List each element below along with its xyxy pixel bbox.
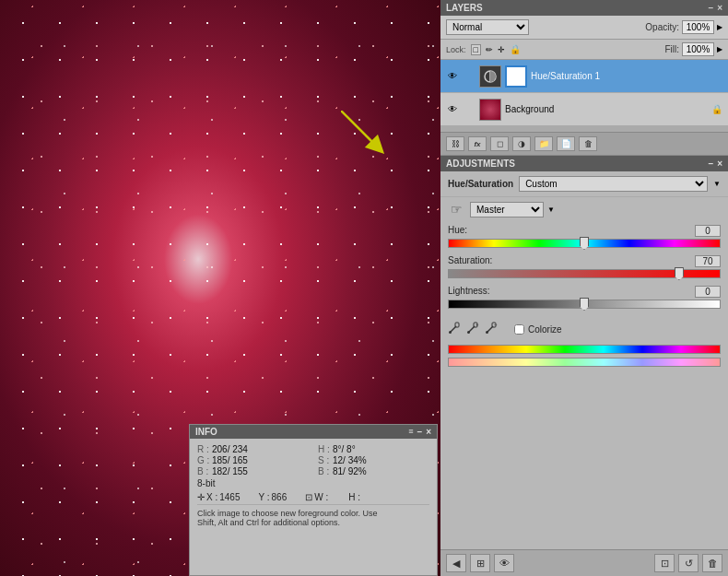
lock-label: Lock: (446, 45, 466, 54)
delete-adj-btn[interactable]: 🗑 (702, 554, 722, 572)
new-group-btn[interactable]: 📁 (534, 136, 553, 151)
delete-layer-btn[interactable]: 🗑 (579, 136, 597, 151)
layers-close-icon[interactable]: × (717, 3, 722, 13)
layer-visibility-background[interactable]: 👁 (446, 103, 459, 116)
layers-lock-row: Lock: □ ✏ ✛ 🔒 Fill: 100% ▶ (440, 40, 728, 60)
layer-locked-icon: 🔒 (711, 104, 722, 114)
info-header-controls: ≡ – × (408, 427, 431, 437)
tool-icons-row: + – Colorize (440, 320, 728, 339)
eyedropper-sub-icon: – (485, 322, 498, 335)
hue-sat-label: Hue/Saturation (448, 179, 513, 189)
info-s-value: 12/ 34% (333, 455, 367, 465)
blend-mode-select[interactable]: Normal (446, 19, 529, 35)
channel-select[interactable]: Master (470, 202, 544, 217)
colorize-checkbox[interactable] (514, 324, 524, 335)
info-b-row: B : 182/ 155 (197, 466, 248, 476)
layers-toolbar: ⛓ fx ◻ ◑ 📁 📄 🗑 (440, 132, 728, 155)
finger-icon: ☞ (451, 202, 463, 217)
hue-thumb[interactable] (580, 237, 589, 250)
adj-close-icon[interactable]: × (717, 159, 722, 169)
clip-adj-btn[interactable]: ⊡ (654, 554, 675, 572)
saturation-label-row: Saturation: 70 (448, 255, 721, 267)
layers-collapse-icon[interactable]: – (709, 3, 714, 13)
add-mask-btn[interactable]: ◻ (490, 136, 509, 151)
hue-value[interactable]: 0 (695, 225, 721, 237)
fx-btn[interactable]: fx (468, 136, 487, 151)
info-options-icon[interactable]: ≡ (408, 427, 413, 437)
svg-text:–: – (494, 322, 498, 327)
info-b-value: 182/ 155 (212, 466, 248, 476)
layer-link-hue-sat (463, 70, 476, 83)
new-layer-btn[interactable]: 📄 (557, 136, 575, 151)
link-layers-btn[interactable]: ⛓ (446, 136, 464, 151)
eyedropper-tool-btn[interactable] (448, 322, 461, 337)
lock-check-icon[interactable]: □ (471, 44, 481, 55)
fill-value[interactable]: 100% (682, 42, 714, 56)
lock-brush-icon[interactable]: ✏ (486, 45, 493, 54)
lightness-track[interactable] (448, 300, 721, 309)
opacity-control: Opacity: 100% ▶ (645, 20, 722, 34)
opacity-arrow-icon[interactable]: ▶ (717, 23, 722, 31)
lightness-label: Lightness: (448, 286, 490, 298)
info-panel-header: INFO ≡ – × (190, 425, 437, 439)
lightness-label-row: Lightness: 0 (448, 286, 721, 298)
adj-tools-row: ☞ Master ▼ (440, 197, 728, 221)
info-close-icon[interactable]: × (426, 427, 431, 437)
channel-arrow-icon[interactable]: ▼ (547, 206, 555, 214)
opacity-value[interactable]: 100% (682, 20, 714, 34)
info-h-row: H : 8°/ 8° (318, 444, 367, 454)
layers-header-controls: – × (709, 3, 722, 13)
saturation-track[interactable] (448, 269, 721, 278)
layers-controls-row: Normal Opacity: 100% ▶ (440, 16, 728, 40)
hue-color-bar (448, 345, 721, 354)
preset-select[interactable]: Custom (519, 176, 708, 192)
lightness-slider-row: Lightness: 0 (448, 286, 721, 309)
eyedropper-add-tool-btn[interactable]: + (466, 322, 479, 337)
eyedropper-add-icon: + (466, 322, 479, 335)
sliders-section: Hue: 0 Saturation: 70 (440, 221, 728, 320)
info-s-label: S : (318, 455, 331, 465)
adjustments-title: ADJUSTMENTS (446, 159, 515, 169)
preset-arrow-icon[interactable]: ▼ (713, 180, 721, 188)
layer-visibility-hue-sat[interactable]: 👁 (446, 70, 459, 83)
adj-bottom-toolbar: ◀ ⊞ 👁 ⊡ ↺ 🗑 (440, 549, 728, 576)
layer-name-background: Background (505, 104, 708, 114)
lock-move-icon[interactable]: ✛ (498, 45, 505, 54)
layers-list: 👁 Hue/Saturation 1 👁 (440, 60, 728, 126)
colorize-label: Colorize (528, 324, 562, 335)
adj-collapse-icon[interactable]: – (709, 159, 714, 169)
lightness-value[interactable]: 0 (695, 286, 721, 298)
eyedropper-sub-tool-btn[interactable]: – (485, 322, 498, 337)
lock-all-icon[interactable]: 🔒 (510, 44, 521, 54)
saturation-thumb[interactable] (675, 267, 684, 280)
expand-adj-btn[interactable]: ⊞ (470, 554, 490, 572)
new-fill-btn[interactable]: ◑ (512, 136, 531, 151)
saturation-value[interactable]: 70 (695, 255, 721, 267)
info-bit-depth: 8-bit (197, 476, 429, 490)
fill-arrow-icon[interactable]: ▶ (717, 45, 722, 53)
prev-adj-btn[interactable]: ◀ (446, 554, 466, 572)
info-color-grid: R : 206/ 234 G : 185/ 165 B : 182/ 155 (197, 444, 429, 476)
info-b-label: B : (197, 466, 210, 476)
info-collapse-icon[interactable]: – (417, 427, 423, 437)
eye-adj-btn[interactable]: 👁 (494, 554, 514, 572)
saturation-label: Saturation: (448, 255, 492, 267)
svg-point-9 (467, 331, 470, 334)
layer-thumb-bg (479, 99, 501, 121)
info-r-value: 206/ 234 (212, 444, 248, 454)
hue-track[interactable] (448, 239, 721, 248)
finger-tool-btn[interactable]: ☞ (448, 201, 464, 217)
layer-row-hue-sat[interactable]: 👁 Hue/Saturation 1 (440, 60, 728, 93)
info-title: INFO (195, 427, 217, 437)
layer-row-background[interactable]: 👁 Background 🔒 (440, 93, 728, 126)
layers-panel-header: LAYERS – × (440, 0, 728, 16)
reset-adj-btn[interactable]: ↺ (678, 554, 699, 572)
eyedropper-icon (448, 322, 461, 335)
h2-label: H : (348, 492, 360, 502)
adjustments-panel: ADJUSTMENTS – × Hue/Saturation Custom ▼ … (440, 156, 728, 576)
y-label: Y : (258, 492, 269, 502)
lightness-thumb[interactable] (580, 298, 589, 311)
fill-control: Fill: 100% ▶ (664, 42, 722, 56)
layer-thumb-adj (479, 65, 501, 88)
result-color-bar (448, 358, 721, 367)
